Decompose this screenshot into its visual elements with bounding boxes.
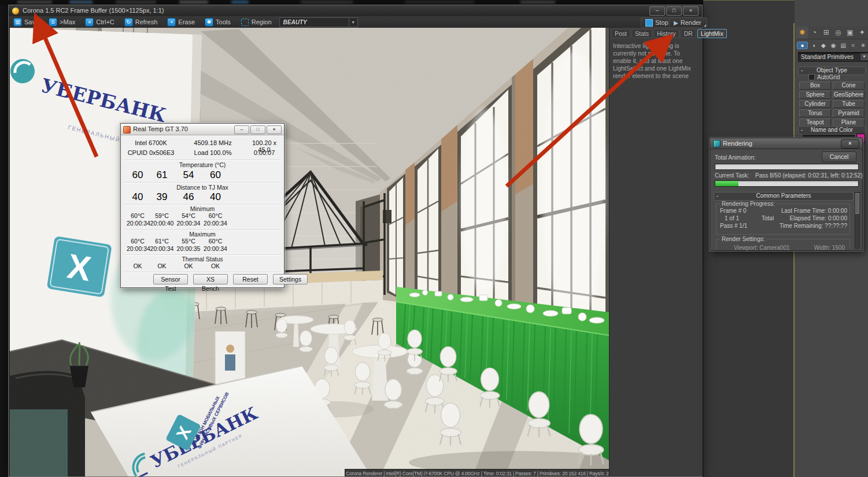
close-button[interactable]: × — [841, 139, 859, 149]
copy-button[interactable]: ≡ Ctrl+C — [80, 16, 119, 28]
cameras-icon[interactable]: ◉ — [828, 42, 838, 49]
tab-stats[interactable]: Stats — [631, 29, 652, 38]
systems-icon[interactable]: ✳ — [858, 42, 868, 49]
dropdown-arrow-icon: ▼ — [349, 18, 357, 27]
distance-label: Distance to TJ Max — [121, 184, 284, 191]
render-icon: ▶ — [674, 20, 678, 26]
create-category-icons: ● ◑ ◆ ◉ ▤ ≈ ✳ — [796, 40, 868, 51]
vfb-tab-strip: Post Stats History DR LightMix — [610, 28, 703, 38]
max-button[interactable]: S >Max — [44, 16, 80, 28]
refresh-icon: ↻ — [125, 19, 132, 26]
tab-history[interactable]: History — [653, 29, 679, 38]
teapot-button[interactable]: Teapot — [799, 119, 831, 127]
hierarchy-tab-icon[interactable]: ⊞ — [820, 27, 832, 39]
current-task-label: Current Task: — [715, 172, 749, 179]
erase-icon: × — [168, 19, 175, 26]
sensor-test-button[interactable]: Sensor Test — [153, 274, 188, 284]
box-button[interactable]: Box — [799, 82, 831, 90]
realtemp-title-text: Real Temp GT 3.70 — [133, 125, 188, 132]
gear-icon: ✱ — [205, 19, 213, 26]
geosphere-button[interactable]: GeoSphere — [833, 91, 865, 99]
command-panel-tabs: ✱ ◔ ⊞ ◎ ▣ ✦ — [796, 27, 868, 39]
xs-bench-button[interactable]: XS Bench — [193, 274, 228, 284]
realtemp-window: Real Temp GT 3.70 – □ × Intel 6700K4509.… — [120, 123, 285, 288]
dropdown-arrow-icon: ▼ — [860, 53, 868, 60]
minimize-button[interactable]: – — [234, 125, 249, 134]
render-pass-selector[interactable]: BEAUTY ▼ — [279, 17, 358, 27]
object-type-buttons: Box Cone Sphere GeoSphere Cylinder Tube … — [799, 82, 865, 127]
thermal-status-label: Thermal Status — [121, 256, 284, 262]
rendering-dialog: Rendering × Total Animation: Cancel Curr… — [710, 138, 863, 251]
reset-button[interactable]: Reset — [233, 274, 268, 284]
cancel-button[interactable]: Cancel — [822, 151, 856, 162]
pyramid-button[interactable]: Pyramid — [833, 109, 865, 117]
region-button[interactable]: Region — [236, 16, 277, 28]
temperature-values: 6061 5460 — [127, 169, 235, 181]
name-color-rollout[interactable]: - Name and Color — [798, 126, 866, 135]
autogrid-checkbox[interactable]: AutoGrid — [808, 74, 840, 80]
torus-button[interactable]: Torus — [799, 109, 831, 117]
current-task-progressbar — [715, 180, 859, 187]
render-settings-group: Render Settings: Viewport: Camera001 Wid… — [716, 239, 850, 250]
tab-lightmix[interactable]: LightMix — [697, 29, 727, 38]
helpers-icon[interactable]: ▤ — [839, 42, 848, 49]
render-scene: УБЕРБАНК ГЕНЕРАЛЬНЫЙ ПАРТНЕР X ХАКАТОН М… — [10, 28, 609, 476]
tools-button[interactable]: ✱ Tools — [200, 16, 236, 28]
corona-logo-icon — [12, 7, 20, 15]
display-tab-icon[interactable]: ▣ — [844, 27, 856, 39]
total-animation-label: Total Animation: — [715, 154, 756, 161]
max-app-icon — [713, 140, 721, 147]
maximum-label: Maximum — [121, 231, 284, 238]
modify-tab-icon[interactable]: ◔ — [808, 27, 821, 39]
rendering-progress-group: Rendering Progress: Frame # 0 Last Frame… — [716, 204, 850, 235]
distance-values: 4039 4640 — [127, 191, 235, 203]
corona-frame-buffer-window: Corona 1.5 RC2 Frame Buffer (1500×1125px… — [8, 5, 703, 477]
spacewarps-icon[interactable]: ≈ — [848, 42, 858, 49]
settings-button[interactable]: Settings — [273, 274, 308, 284]
checkbox-icon[interactable] — [808, 74, 815, 80]
lights-icon[interactable]: ◆ — [818, 42, 828, 49]
primitives-dropdown[interactable]: Standard Primitives ▼ — [798, 52, 868, 62]
tube-button[interactable]: Tube — [833, 100, 865, 108]
vfb-toolbar: ▥ Save S >Max ≡ Ctrl+C ↻ Refresh × Erase… — [9, 16, 702, 28]
plane-button[interactable]: Plane — [833, 119, 865, 127]
rendering-title-text: Rendering — [723, 140, 752, 147]
screenshot-root: ✱ ◔ ⊞ ◎ ▣ ✦ ● ◑ ◆ ◉ ▤ ≈ ✳ Standard Primi… — [0, 0, 868, 477]
cone-button[interactable]: Cone — [833, 82, 865, 90]
utilities-tab-icon[interactable]: ✦ — [856, 27, 868, 39]
motion-tab-icon[interactable]: ◎ — [832, 27, 844, 39]
minimize-button[interactable]: – — [649, 6, 665, 16]
render-button[interactable]: ▶ Render — [669, 17, 707, 28]
close-button[interactable]: × — [683, 6, 699, 16]
minimum-label: Minimum — [121, 205, 284, 212]
current-task-value: Pass 8/50 (elapsed: 0:02:31, left: 0:12:… — [755, 172, 863, 179]
realtemp-titlebar[interactable]: Real Temp GT 3.70 – □ × — [121, 124, 284, 135]
save-button[interactable]: ▥ Save — [9, 16, 44, 28]
refresh-button[interactable]: ↻ Refresh — [120, 16, 163, 28]
common-parameters-rollout[interactable]: - Common Parameters — [714, 192, 854, 201]
temperature-label: Temperature (°C) — [121, 161, 284, 168]
vfb-titlebar[interactable]: Corona 1.5 RC2 Frame Buffer (1500×1125px… — [9, 5, 702, 17]
close-button[interactable]: × — [267, 125, 282, 134]
tab-dr[interactable]: DR — [681, 29, 696, 38]
realtemp-buttons: Sensor Test XS Bench Reset Settings — [153, 274, 308, 284]
maximize-button[interactable]: □ — [250, 125, 265, 134]
clipboard-icon: ≡ — [86, 19, 93, 26]
tab-post[interactable]: Post — [611, 29, 630, 38]
realtemp-app-icon — [123, 126, 131, 134]
stop-icon — [645, 19, 653, 27]
send-to-max-icon: S — [49, 19, 57, 26]
shapes-icon[interactable]: ◑ — [808, 42, 818, 49]
create-tab-icon[interactable]: ✱ — [796, 27, 808, 39]
sphere-button[interactable]: Sphere — [799, 91, 831, 99]
maximum-times: 20:00:3420:00:34 20:00:3520:00:34 — [127, 245, 235, 252]
cpu-load-row: CPUID 0x506E3Load 100.0%0:00:07 — [123, 149, 282, 156]
vfb-title-text: Corona 1.5 RC2 Frame Buffer (1500×1125px… — [23, 7, 164, 14]
cylinder-button[interactable]: Cylinder — [799, 100, 831, 108]
geometry-icon[interactable]: ● — [797, 42, 808, 49]
erase-button[interactable]: × Erase — [162, 16, 200, 28]
region-icon — [241, 19, 249, 26]
dialog-scrollbar[interactable] — [855, 192, 860, 249]
rendering-titlebar[interactable]: Rendering — [710, 138, 862, 149]
maximize-button[interactable]: □ — [666, 6, 682, 16]
